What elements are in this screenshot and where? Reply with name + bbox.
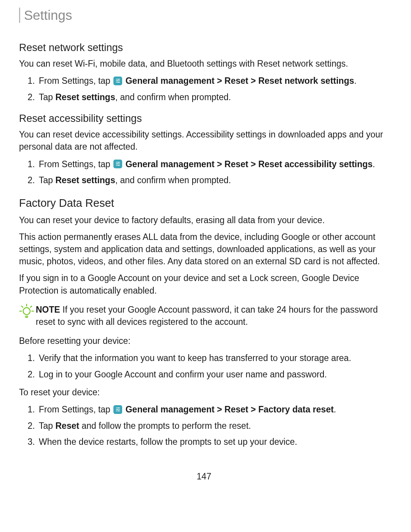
steps-reset-accessibility: From Settings, tap General management > … [19, 158, 389, 187]
svg-line-14 [30, 306, 32, 307]
heading-reset-accessibility: Reset accessibility settings [19, 113, 389, 125]
sliders-icon [113, 405, 122, 414]
step-text: From Settings, tap [39, 76, 113, 86]
lightbulb-icon [19, 304, 34, 319]
steps-reset-network: From Settings, tap General management > … [19, 74, 389, 104]
svg-point-25 [118, 411, 119, 412]
factory-intro-3: If you sign in to a Google Account on yo… [19, 272, 389, 296]
svg-line-13 [22, 306, 23, 307]
page-header: Settings [19, 8, 389, 23]
svg-point-11 [118, 165, 119, 166]
step-bold: Reset [55, 421, 79, 431]
step-text: From Settings, tap [39, 404, 113, 414]
svg-point-7 [118, 162, 119, 163]
note-label: NOTE [36, 305, 60, 315]
note-body: If you reset your Google Account passwor… [36, 305, 378, 327]
svg-point-17 [23, 308, 30, 315]
svg-point-21 [118, 407, 119, 409]
intro-reset-network: You can reset Wi-Fi, mobile data, and Bl… [19, 58, 389, 70]
step-suffix: , and confirm when prompted. [115, 92, 231, 102]
step-item: From Settings, tap General management > … [37, 158, 389, 171]
page-header-title: Settings [24, 8, 72, 22]
svg-point-3 [116, 80, 118, 81]
svg-point-23 [116, 409, 118, 410]
step-suffix: , and confirm when prompted. [115, 175, 231, 185]
step-bold: Reset settings [55, 175, 115, 185]
step-item: When the device restarts, follow the pro… [37, 435, 389, 449]
step-suffix: and follow the prompts to perform the re… [79, 421, 251, 431]
page-number: 147 [19, 471, 389, 482]
step-item: Tap Reset settings, and confirm when pro… [37, 174, 389, 187]
step-bold: General management > Reset > Reset netwo… [126, 76, 354, 86]
svg-point-9 [116, 163, 118, 165]
heading-reset-network: Reset network settings [19, 42, 389, 54]
factory-intro-1: You can reset your device to factory def… [19, 214, 389, 226]
step-period: . [354, 76, 356, 86]
sliders-icon [113, 160, 122, 168]
step-text: Tap [39, 92, 55, 102]
step-bold: General management > Reset > Reset acces… [126, 159, 373, 169]
step-item: Tap Reset and follow the prompts to perf… [37, 419, 389, 433]
step-item: Log in to your Google Account and confir… [37, 368, 389, 381]
steps-before-reset: Verify that the information you want to … [19, 351, 389, 381]
svg-point-1 [118, 79, 119, 80]
step-period: . [373, 159, 375, 169]
step-item: From Settings, tap General management > … [37, 403, 389, 416]
step-item: Tap Reset settings, and confirm when pro… [37, 91, 389, 104]
step-bold: General management > Reset > Factory dat… [126, 404, 334, 414]
step-period: . [334, 404, 336, 414]
step-text: Tap [39, 421, 55, 431]
note-block: NOTE If you reset your Google Account pa… [19, 304, 389, 328]
note-content: NOTE If you reset your Google Account pa… [36, 304, 389, 328]
step-bold: Reset settings [55, 92, 115, 102]
factory-intro-2: This action permanently erases ALL data … [19, 231, 389, 268]
step-item: Verify that the information you want to … [37, 351, 389, 365]
heading-factory-reset: Factory Data Reset [19, 197, 389, 209]
to-reset-heading: To reset your device: [19, 386, 389, 398]
before-reset-heading: Before resetting your device: [19, 335, 389, 347]
step-item: From Settings, tap General management > … [37, 74, 389, 88]
step-text: Tap [39, 175, 55, 185]
steps-to-reset: From Settings, tap General management > … [19, 403, 389, 449]
step-text: From Settings, tap [39, 159, 113, 169]
intro-reset-accessibility: You can reset device accessibility setti… [19, 128, 389, 153]
svg-point-5 [118, 82, 119, 83]
sliders-icon [113, 77, 122, 85]
